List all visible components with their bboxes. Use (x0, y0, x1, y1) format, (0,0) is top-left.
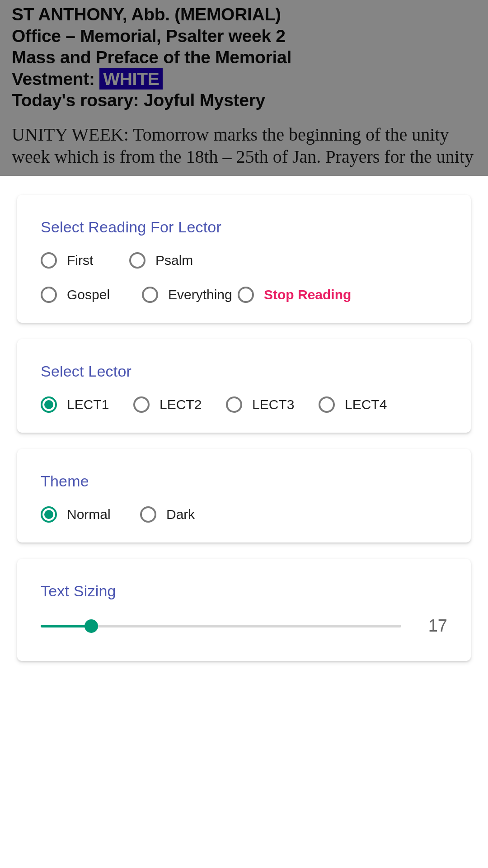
radio-icon (238, 287, 254, 303)
radio-reading-gospel[interactable]: Gospel (41, 287, 142, 303)
slider-value: 17 (420, 616, 447, 636)
reading-options-row2: Gospel Everything Stop Reading (41, 287, 447, 303)
radio-label: Psalm (155, 253, 193, 268)
radio-label: Stop Reading (264, 287, 351, 302)
radio-reading-stop[interactable]: Stop Reading (238, 287, 351, 303)
radio-label: Gospel (67, 287, 110, 302)
radio-lector-2[interactable]: LECT2 (133, 396, 226, 413)
radio-lector-1[interactable]: LECT1 (41, 396, 133, 413)
reading-title: Select Reading For Lector (41, 218, 447, 236)
radio-label: LECT4 (345, 397, 387, 412)
radio-reading-psalm[interactable]: Psalm (129, 252, 193, 269)
slider-track[interactable] (41, 625, 401, 627)
radio-icon (133, 396, 150, 413)
radio-icon (226, 396, 242, 413)
radio-icon (319, 396, 335, 413)
radio-label: LECT3 (252, 397, 294, 412)
radio-icon (142, 287, 158, 303)
radio-theme-dark[interactable]: Dark (140, 506, 195, 523)
radio-theme-normal[interactable]: Normal (41, 506, 140, 523)
settings-sheet: Select Reading For Lector First Psalm Go… (0, 176, 488, 868)
radio-icon (41, 506, 57, 523)
theme-card: Theme Normal Dark (17, 449, 471, 542)
radio-reading-first[interactable]: First (41, 252, 129, 269)
slider-fill (41, 625, 91, 627)
lector-card: Select Lector LECT1 LECT2 LECT3 LECT4 (17, 339, 471, 433)
radio-label: LECT1 (67, 397, 109, 412)
theme-title: Theme (41, 472, 447, 490)
reading-card: Select Reading For Lector First Psalm Go… (17, 195, 471, 323)
radio-label: Everything (168, 287, 232, 302)
radio-lector-3[interactable]: LECT3 (226, 396, 319, 413)
textsize-title: Text Sizing (41, 582, 447, 600)
radio-lector-4[interactable]: LECT4 (319, 396, 387, 413)
radio-reading-everything[interactable]: Everything (142, 287, 238, 303)
textsize-slider[interactable]: 17 (41, 616, 447, 636)
radio-icon (129, 252, 145, 269)
radio-icon (41, 396, 57, 413)
reading-options: First Psalm (41, 252, 447, 269)
theme-options: Normal Dark (41, 506, 447, 523)
radio-label: First (67, 253, 93, 268)
lector-title: Select Lector (41, 363, 447, 380)
radio-icon (140, 506, 156, 523)
textsize-card: Text Sizing 17 (17, 559, 471, 661)
radio-icon (41, 252, 57, 269)
radio-label: Normal (67, 507, 111, 522)
lector-options: LECT1 LECT2 LECT3 LECT4 (41, 396, 447, 413)
radio-icon (41, 287, 57, 303)
radio-label: Dark (166, 507, 195, 522)
modal-scrim[interactable] (0, 0, 488, 176)
radio-label: LECT2 (160, 397, 202, 412)
slider-thumb[interactable] (84, 619, 98, 633)
